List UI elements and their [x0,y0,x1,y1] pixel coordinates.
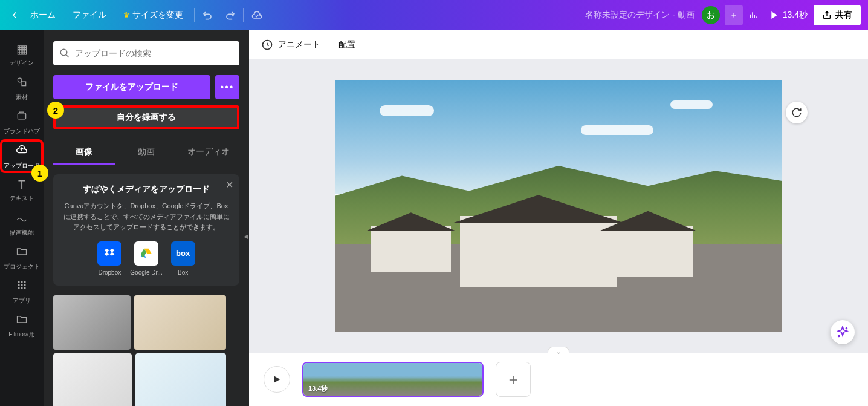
sidebar-item-projects[interactable]: プロジェクト [0,241,44,275]
redo-button[interactable] [219,4,241,26]
svg-point-9 [18,287,19,289]
shapes-icon [16,76,28,91]
video-page[interactable] [335,80,782,332]
canvas-area: アニメート 配置 [249,30,868,406]
svg-point-6 [18,284,19,286]
search-icon [59,48,70,59]
panel-collapse-button[interactable]: ◀ [242,218,249,254]
add-page-button[interactable]: ＋ [496,362,531,397]
thumbnail[interactable] [53,353,132,406]
cloud-connect-promo: ✕ すばやくメディアをアップロード Canvaアカウントを、Dropbox、Go… [53,174,239,286]
sidebar-label: 素材 [16,93,28,102]
resize-menu[interactable]: ♛ サイズを変更 [115,10,192,21]
back-button[interactable] [7,8,22,22]
duration-label: 13.4秒 [783,10,808,21]
svg-point-3 [18,281,19,283]
annotation-badge-1: 1 [31,165,48,182]
file-menu[interactable]: ファイル [64,10,115,21]
analytics-button[interactable] [743,5,763,25]
svg-point-4 [21,281,22,283]
annotation-badge-2: 2 [47,102,64,119]
search-box[interactable] [53,41,239,65]
editor-stage[interactable] [249,59,868,353]
draw-icon [16,211,28,226]
top-header: ホーム ファイル ♛ サイズを変更 名称未設定のデザイン - 動画 お ＋ 13… [0,0,868,30]
sidebar-label: プロジェクト [4,263,40,271]
svg-point-0 [18,78,22,82]
position-button[interactable]: 配置 [338,39,355,50]
timeline-collapse-button[interactable]: ⌄ [548,347,569,356]
position-label: 配置 [338,39,355,50]
svg-rect-2 [18,113,25,119]
sidebar-item-filmora[interactable]: Filmora用 [0,309,44,342]
svg-point-5 [24,281,25,283]
sidebar-item-design[interactable]: ▦ デザイン [0,38,44,71]
box-icon: box [171,241,195,266]
document-name[interactable]: 名称未設定のデザイン - 動画 [585,10,694,21]
service-name: Dropbox [98,269,121,276]
promo-title: すばやくメディアをアップロード [62,184,231,195]
animate-button[interactable]: アニメート [261,39,320,51]
share-label: 共有 [835,10,852,21]
ai-assistant-button[interactable] [831,320,855,344]
cloud-upload-icon [15,143,28,159]
clip-duration-label: 13.4秒 [308,384,328,393]
sidebar-item-brand[interactable]: ブランドハブ [0,105,44,139]
folder-icon [16,313,28,328]
avatar[interactable]: お [702,6,720,24]
upload-panel: ファイルをアップロード ••• 自分を録画する 2 画像 動画 オーディオ ✕ … [44,30,249,406]
upload-file-button[interactable]: ファイルをアップロード [53,75,210,99]
sidebar-item-elements[interactable]: 素材 [0,71,44,105]
svg-point-15 [838,336,840,337]
folder-icon [16,245,28,260]
sparkle-icon [836,326,849,339]
service-name: Google Dr... [130,269,162,276]
tab-audio[interactable]: オーディオ [177,140,239,165]
refresh-icon [791,107,802,118]
add-member-button[interactable]: ＋ [725,5,743,25]
timeline-clip[interactable]: 13.4秒 [302,362,484,397]
sidebar-label: Filmora用 [8,330,34,339]
record-self-button[interactable]: 自分を録画する 2 [53,105,239,129]
page-refresh-button[interactable] [786,102,808,123]
svg-point-8 [24,284,25,286]
home-menu[interactable]: ホーム [22,10,64,21]
service-dropbox[interactable]: Dropbox [97,241,121,276]
thumbnail[interactable] [134,295,226,350]
upload-more-button[interactable]: ••• [215,75,239,99]
divider [194,8,195,22]
svg-point-7 [21,284,22,286]
thumbnail[interactable] [135,353,226,406]
animate-icon [261,39,273,51]
thumbnail[interactable] [53,295,131,350]
sidebar-item-upload[interactable]: アップロード 1 [0,139,44,173]
tab-images[interactable]: 画像 [53,140,115,165]
dropbox-icon [97,241,121,266]
media-tabs: 画像 動画 オーディオ [53,140,239,165]
resize-label: サイズを変更 [132,10,183,21]
svg-point-14 [846,328,847,329]
cloud-sync-icon[interactable] [246,4,268,26]
context-toolbar: アニメート 配置 [249,30,868,59]
service-box[interactable]: box Box [171,241,195,276]
search-input[interactable] [75,48,233,58]
sidebar-label: 描画機能 [10,229,34,237]
sidebar-item-draw[interactable]: 描画機能 [0,207,44,241]
left-sidebar: ▦ デザイン 素材 ブランドハブ アップロード 1 T テキスト [0,30,44,406]
sidebar-label: テキスト [10,194,34,203]
preview-play-button[interactable]: 13.4秒 [763,5,814,25]
undo-button[interactable] [197,4,219,26]
sidebar-item-apps[interactable]: アプリ [0,275,44,309]
divider [243,8,244,22]
promo-description: Canvaアカウントを、Dropbox、Googleドライブ、Boxに連携するこ… [62,201,231,233]
sidebar-label: デザイン [10,59,34,67]
close-icon[interactable]: ✕ [225,179,233,191]
tab-videos[interactable]: 動画 [115,140,178,165]
brand-icon [16,110,28,125]
service-googledrive[interactable]: Google Dr... [130,241,162,276]
upload-thumbnails [53,295,239,406]
timeline-play-button[interactable] [264,366,290,393]
svg-rect-1 [22,82,26,86]
text-icon: T [18,178,25,192]
share-button[interactable]: 共有 [814,5,861,25]
